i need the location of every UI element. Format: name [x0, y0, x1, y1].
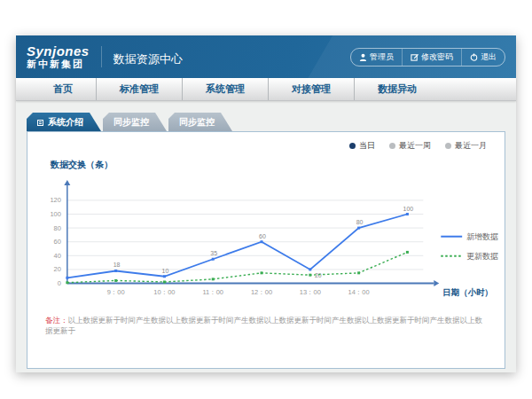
- main-nav: 首页标准管理系统管理对接管理数据异动: [16, 78, 516, 101]
- tab-bar: 系统介绍同步监控同步监控: [27, 113, 505, 131]
- radio-dot: [389, 143, 395, 149]
- tab-1[interactable]: 系统介绍: [27, 113, 101, 131]
- svg-text:100: 100: [403, 206, 414, 212]
- user-button[interactable]: 管理员: [351, 49, 402, 66]
- filter-label: 最近一周: [399, 140, 431, 152]
- time-range-filters: 当日最近一周最近一月: [349, 140, 487, 152]
- svg-text:更新数据: 更新数据: [466, 252, 498, 261]
- edit-icon: [411, 53, 419, 61]
- tab-label: 系统介绍: [48, 116, 83, 129]
- tab-3[interactable]: 同步监控: [168, 113, 232, 131]
- svg-text:9：00: 9：00: [107, 288, 125, 296]
- chart-panel: 当日最近一周最近一月 数据交换（条） 0204060801001209：0010…: [27, 131, 505, 369]
- nav-item-2[interactable]: 标准管理: [96, 78, 182, 100]
- svg-text:11：00: 11：00: [202, 288, 223, 296]
- svg-text:120: 120: [50, 196, 60, 204]
- user-button-label: 管理员: [370, 51, 394, 63]
- svg-text:40: 40: [54, 252, 61, 260]
- filter-label: 当日: [359, 140, 375, 152]
- line-chart: 0204060801001209：0010：0011：0012：0013：001…: [27, 173, 505, 301]
- svg-text:12：00: 12：00: [251, 288, 272, 296]
- logo: Synjones 新中新集团: [27, 44, 90, 70]
- nav-item-1[interactable]: 首页: [30, 78, 96, 100]
- header-actions: 管理员 修改密码 退出: [350, 48, 505, 66]
- nav-item-3[interactable]: 系统管理: [182, 78, 268, 100]
- change-password-button[interactable]: 修改密码: [402, 49, 461, 66]
- content-area: 系统介绍同步监控同步监控 当日最近一周最近一月 数据交换（条） 02040608…: [16, 101, 516, 372]
- radio-dot: [445, 143, 451, 149]
- svg-text:0: 0: [58, 279, 61, 287]
- logout-label: 退出: [481, 51, 497, 63]
- svg-text:13：00: 13：00: [300, 288, 321, 296]
- filter-1[interactable]: 当日: [349, 140, 375, 152]
- logo-text-en: Synjones: [27, 44, 90, 59]
- tab-label: 同步监控: [113, 116, 149, 129]
- tab-label: 同步监控: [179, 116, 215, 129]
- page: Synjones 新中新集团 数据资源中心 管理员 修改密码 退出: [0, 0, 532, 399]
- svg-text:20: 20: [54, 265, 61, 273]
- note-text: 以上数据更新于时间产生数据以上数据更新于时间产生数据以上数据更新于时间产生数据以…: [45, 316, 482, 335]
- svg-text:60: 60: [54, 238, 61, 246]
- filter-2[interactable]: 最近一周: [389, 140, 431, 152]
- app-window: Synjones 新中新集团 数据资源中心 管理员 修改密码 退出: [16, 35, 516, 372]
- svg-text:35: 35: [210, 250, 217, 256]
- svg-text:14：00: 14：00: [348, 288, 370, 296]
- page-title: 数据资源中心: [101, 46, 183, 67]
- tab-2[interactable]: 同步监控: [103, 113, 167, 131]
- logo-text-cn: 新中新集团: [27, 59, 90, 69]
- nav-item-4[interactable]: 对接管理: [268, 78, 354, 100]
- power-icon: [470, 53, 478, 61]
- svg-text:80: 80: [54, 224, 61, 232]
- change-password-label: 修改密码: [421, 51, 453, 63]
- document-icon: [37, 120, 43, 126]
- note-prefix: 备注：: [45, 316, 68, 325]
- footer-note: 备注：以上数据更新于时间产生数据以上数据更新于时间产生数据以上数据更新于时间产生…: [27, 316, 505, 337]
- svg-text:10：00: 10：00: [153, 288, 175, 296]
- y-axis-title: 数据交换（条）: [51, 159, 505, 171]
- svg-text:日期（小时）: 日期（小时）: [442, 287, 493, 298]
- radio-dot: [349, 143, 356, 149]
- filter-3[interactable]: 最近一月: [445, 140, 487, 152]
- filter-label: 最近一月: [455, 140, 487, 152]
- app-header: Synjones 新中新集团 数据资源中心 管理员 修改密码 退出: [16, 35, 516, 78]
- svg-text:100: 100: [50, 210, 60, 218]
- svg-text:新增数据: 新增数据: [466, 232, 498, 241]
- nav-item-5[interactable]: 数据异动: [354, 78, 440, 100]
- svg-text:60: 60: [259, 233, 266, 239]
- svg-text:18: 18: [113, 262, 121, 269]
- user-icon: [359, 53, 367, 61]
- svg-text:80: 80: [356, 219, 364, 225]
- logout-button[interactable]: 退出: [461, 49, 505, 66]
- svg-text:10: 10: [162, 268, 169, 274]
